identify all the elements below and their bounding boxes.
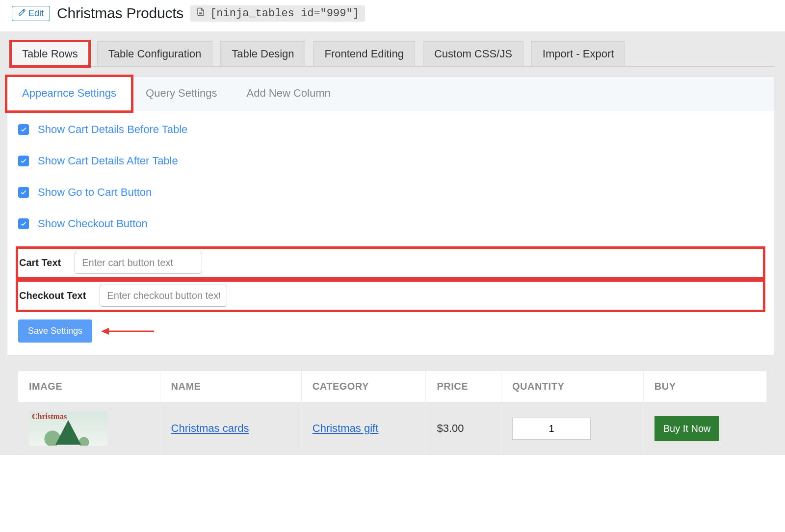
tab-table-configuration[interactable]: Table Configuration <box>97 41 213 66</box>
col-buy: BUY <box>643 371 766 402</box>
cell-category: Christmas gift <box>301 402 426 455</box>
tab-import-export[interactable]: Import - Export <box>531 41 625 66</box>
col-image: IMAGE <box>18 371 160 402</box>
cell-buy: Buy It Now <box>643 402 766 455</box>
page-title: Christmas Products <box>57 5 183 22</box>
check-label[interactable]: Show Go to Cart Button <box>38 186 152 199</box>
check-row-cart-after: Show Cart Details After Table <box>18 155 763 167</box>
col-price: PRICE <box>426 371 501 402</box>
cell-image: Christmas <box>18 402 160 455</box>
checkout-text-row: Checkout Text <box>18 282 763 310</box>
checkbox-checkout[interactable] <box>18 218 29 229</box>
shortcode-text: [ninja_tables id="999"] <box>210 7 359 20</box>
checkout-text-label: Checkout Text <box>19 290 86 301</box>
buy-it-now-button[interactable]: Buy It Now <box>654 416 720 441</box>
tab-frontend-editing[interactable]: Frontend Editing <box>313 41 415 66</box>
checkout-text-input[interactable] <box>100 285 227 307</box>
cell-price: $3.00 <box>426 402 501 455</box>
sub-tabs: Appearnce Settings Query Settings Add Ne… <box>7 77 774 110</box>
settings-body: Show Cart Details Before Table Show Cart… <box>7 110 774 355</box>
save-settings-button[interactable]: Save Settings <box>18 319 92 343</box>
page-header: Edit Christmas Products [ninja_tables id… <box>0 0 785 28</box>
inner-panel: Appearnce Settings Query Settings Add Ne… <box>7 77 774 356</box>
check-label[interactable]: Show Cart Details Before Table <box>38 123 187 136</box>
product-category-link[interactable]: Christmas gift <box>313 422 378 434</box>
shortcode-box[interactable]: [ninja_tables id="999"] <box>190 5 365 22</box>
subtab-add-new-column[interactable]: Add New Column <box>232 77 345 110</box>
table-row: Christmas Christmas cards Christmas gift… <box>18 402 767 455</box>
pencil-icon <box>18 8 26 19</box>
col-category: CATEGORY <box>301 371 426 402</box>
subtab-appearance-settings[interactable]: Appearnce Settings <box>7 77 131 110</box>
cart-text-label: Cart Text <box>19 257 61 268</box>
cart-text-input[interactable] <box>75 252 202 274</box>
tabs-area: Table Rows Table Configuration Table Des… <box>0 31 785 455</box>
save-row: Save Settings <box>18 319 763 343</box>
check-label[interactable]: Show Checkout Button <box>38 217 148 230</box>
cell-quantity <box>501 402 644 455</box>
edit-label: Edit <box>28 8 44 19</box>
svg-marker-3 <box>101 328 109 335</box>
check-row-cart-before: Show Cart Details Before Table <box>18 123 763 136</box>
checkbox-cart-before[interactable] <box>18 124 29 135</box>
arrow-left-icon <box>101 326 155 337</box>
check-row-go-to-cart: Show Go to Cart Button <box>18 186 763 199</box>
col-name: NAME <box>160 371 301 402</box>
tab-table-rows[interactable]: Table Rows <box>11 41 89 66</box>
main-tabs: Table Rows Table Configuration Table Des… <box>11 41 774 67</box>
checkbox-go-to-cart[interactable] <box>18 187 29 198</box>
table-header-row: IMAGE NAME CATEGORY PRICE QUANTITY BUY <box>18 371 767 402</box>
cart-text-row: Cart Text <box>18 249 763 277</box>
products-table: IMAGE NAME CATEGORY PRICE QUANTITY BUY C… <box>18 371 767 455</box>
quantity-input[interactable] <box>512 418 591 440</box>
tab-table-design[interactable]: Table Design <box>220 41 305 66</box>
check-row-checkout: Show Checkout Button <box>18 217 763 230</box>
tree-icon <box>55 420 81 445</box>
check-label[interactable]: Show Cart Details After Table <box>38 155 178 167</box>
col-quantity: QUANTITY <box>501 371 644 402</box>
checkbox-cart-after[interactable] <box>18 156 29 166</box>
product-thumbnail[interactable]: Christmas <box>29 411 107 446</box>
document-icon <box>196 7 205 20</box>
cell-name: Christmas cards <box>160 402 301 455</box>
edit-button[interactable]: Edit <box>12 6 50 21</box>
product-name-link[interactable]: Christmas cards <box>171 422 249 434</box>
subtab-query-settings[interactable]: Query Settings <box>131 77 232 110</box>
tab-custom-css-js[interactable]: Custom CSS/JS <box>423 41 523 66</box>
